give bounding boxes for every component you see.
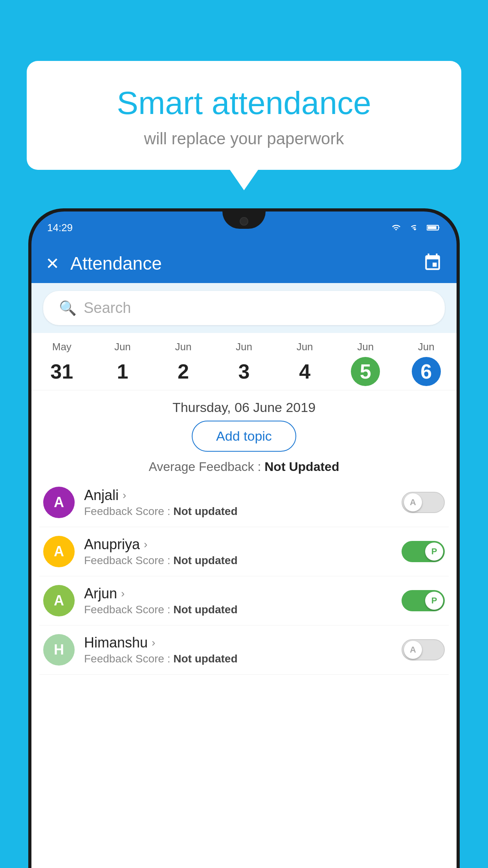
calendar-day[interactable]: Jun1 (92, 341, 153, 386)
calendar-day[interactable]: Jun5 (335, 341, 396, 386)
search-bar[interactable]: 🔍 Search (43, 291, 445, 325)
student-name: Himanshu › (84, 634, 402, 651)
header-title: Attendance (70, 253, 423, 274)
search-icon: 🔍 (59, 300, 77, 316)
student-feedback: Feedback Score : Not updated (84, 603, 402, 616)
student-avatar: H (43, 634, 75, 666)
search-container: 🔍 Search (31, 283, 457, 333)
avg-feedback-value: Not Updated (264, 460, 339, 474)
search-input[interactable]: Search (84, 300, 131, 316)
close-button[interactable]: ✕ (46, 254, 59, 273)
status-bar: 14:29 (31, 211, 457, 244)
battery-icon (427, 223, 441, 232)
calendar-day[interactable]: Jun6 (396, 341, 457, 386)
calendar-day[interactable]: Jun2 (153, 341, 214, 386)
student-info: Himanshu ›Feedback Score : Not updated (84, 634, 402, 665)
toggle-knob: A (404, 641, 422, 659)
student-item[interactable]: AAnupriya ›Feedback Score : Not updatedP (39, 527, 449, 576)
attendance-toggle[interactable]: A (402, 639, 445, 660)
chevron-icon: › (144, 538, 147, 551)
calendar-strip: May31Jun1Jun2Jun3Jun4Jun5Jun6 (31, 333, 457, 390)
add-topic-button[interactable]: Add topic (192, 421, 296, 452)
student-item[interactable]: HHimanshu ›Feedback Score : Not updatedA (39, 625, 449, 675)
student-info: Anjali ›Feedback Score : Not updated (84, 487, 402, 518)
svg-rect-1 (427, 226, 437, 229)
wifi-icon (389, 223, 403, 232)
attendance-toggle[interactable]: A (402, 492, 445, 513)
speech-bubble-container: Smart attendance will replace your paper… (27, 61, 461, 170)
phone-frame: 14:29 ✕ Attendance (28, 208, 460, 868)
calendar-icon[interactable] (423, 253, 442, 274)
student-list: AAnjali ›Feedback Score : Not updatedAAA… (31, 478, 457, 675)
chevron-icon: › (121, 587, 125, 600)
calendar-day[interactable]: Jun3 (214, 341, 275, 386)
calendar-day[interactable]: May31 (31, 341, 92, 386)
phone-inner: 14:29 ✕ Attendance (31, 211, 457, 868)
student-avatar: A (43, 585, 75, 616)
student-avatar: A (43, 536, 75, 567)
screen-content: 🔍 Search May31Jun1Jun2Jun3Jun4Jun5Jun6 T… (31, 283, 457, 868)
attendance-toggle[interactable]: P (402, 590, 445, 611)
student-info: Anupriya ›Feedback Score : Not updated (84, 536, 402, 567)
calendar-day[interactable]: Jun4 (274, 341, 335, 386)
toggle-knob: P (425, 592, 443, 610)
notch-cutout (222, 211, 266, 229)
student-item[interactable]: AAnjali ›Feedback Score : Not updatedA (39, 478, 449, 527)
student-feedback: Feedback Score : Not updated (84, 653, 402, 665)
student-info: Arjun ›Feedback Score : Not updated (84, 585, 402, 616)
student-avatar: A (43, 487, 75, 518)
selected-date: Thursday, 06 June 2019 (31, 390, 457, 421)
avg-feedback: Average Feedback : Not Updated (31, 460, 457, 474)
signal-icon (408, 223, 422, 232)
student-item[interactable]: AArjun ›Feedback Score : Not updatedP (39, 576, 449, 625)
speech-bubble-title: Smart attendance (46, 85, 442, 121)
chevron-icon: › (123, 489, 126, 502)
avg-feedback-label: Average Feedback : (149, 460, 265, 474)
speech-bubble: Smart attendance will replace your paper… (27, 61, 461, 170)
toggle-knob: A (404, 493, 422, 511)
chevron-icon: › (152, 636, 155, 649)
status-icons (389, 223, 441, 232)
student-feedback: Feedback Score : Not updated (84, 554, 402, 567)
camera-dot (240, 217, 248, 226)
toggle-knob: P (425, 542, 443, 561)
student-name: Anupriya › (84, 536, 402, 553)
student-name: Anjali › (84, 487, 402, 504)
status-time: 14:29 (47, 222, 73, 234)
student-feedback: Feedback Score : Not updated (84, 505, 402, 518)
student-name: Arjun › (84, 585, 402, 602)
attendance-toggle[interactable]: P (402, 541, 445, 562)
app-header: ✕ Attendance (31, 244, 457, 283)
speech-bubble-subtitle: will replace your paperwork (46, 129, 442, 148)
